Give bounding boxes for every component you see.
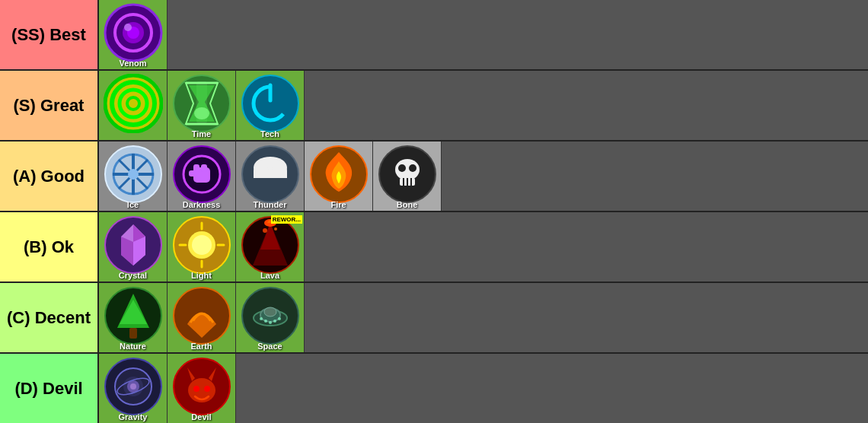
svg-point-63 bbox=[263, 228, 267, 233]
svg-point-75 bbox=[264, 320, 267, 323]
svg-point-4 bbox=[124, 24, 132, 31]
list-item[interactable]: Bone bbox=[373, 142, 442, 211]
list-item[interactable]: Crystal bbox=[99, 212, 168, 281]
list-item[interactable]: Light bbox=[168, 212, 236, 281]
svg-point-77 bbox=[273, 320, 276, 323]
svg-point-78 bbox=[278, 317, 281, 320]
svg-point-43 bbox=[409, 164, 416, 172]
list-item[interactable]: Tech bbox=[236, 71, 305, 140]
item-label: Time bbox=[168, 129, 235, 138]
list-item[interactable] bbox=[99, 71, 168, 140]
item-label: Nature bbox=[99, 342, 167, 351]
item-label: Lava bbox=[236, 271, 304, 280]
ope-icon bbox=[104, 74, 163, 133]
tier-items-d: Gravity bbox=[97, 354, 868, 423]
nature-icon bbox=[104, 286, 163, 345]
tier-row-d: (D) Devil bbox=[0, 354, 868, 423]
item-label: Devil bbox=[168, 412, 235, 421]
fire-icon bbox=[309, 145, 369, 204]
list-item[interactable]: Fire bbox=[305, 142, 373, 211]
svg-point-54 bbox=[192, 235, 212, 255]
list-item[interactable]: Gravity bbox=[99, 354, 168, 423]
item-label: Darkness bbox=[168, 200, 235, 209]
tier-row-ss: (SS) Best Venom bbox=[0, 0, 868, 71]
tier-label-c: (C) Decent bbox=[0, 283, 97, 352]
list-item[interactable]: Space bbox=[236, 283, 305, 352]
list-item[interactable]: Devil bbox=[168, 354, 236, 423]
svg-point-26 bbox=[128, 169, 139, 180]
item-label: Ice bbox=[99, 200, 167, 209]
tier-items-s: Time Tech bbox=[97, 71, 868, 140]
tier-items-c: Nature Earth bbox=[97, 283, 868, 352]
list-item[interactable]: Darkness bbox=[168, 142, 236, 211]
list-item[interactable]: Time bbox=[168, 71, 236, 140]
svg-rect-37 bbox=[254, 170, 287, 178]
earth-icon bbox=[172, 286, 231, 345]
thunder-icon bbox=[241, 145, 300, 204]
tier-label-d: (D) Devil bbox=[0, 354, 97, 423]
item-label: Earth bbox=[168, 342, 235, 351]
item-label: Gravity bbox=[99, 412, 167, 421]
tier-row-c: (C) Decent Nature bbox=[0, 283, 868, 354]
svg-point-76 bbox=[269, 321, 272, 324]
item-label: Space bbox=[236, 342, 304, 351]
crystal-icon bbox=[104, 215, 163, 275]
list-item[interactable]: Earth bbox=[168, 283, 236, 352]
ice-icon bbox=[104, 145, 163, 204]
svg-point-73 bbox=[264, 307, 276, 316]
tier-items-b: Crystal bbox=[97, 212, 868, 281]
bone-icon bbox=[378, 145, 437, 204]
tier-label-a: (A) Good bbox=[0, 142, 97, 211]
svg-rect-68 bbox=[129, 328, 137, 339]
item-label: Fire bbox=[305, 200, 372, 209]
space-icon bbox=[241, 286, 300, 345]
item-label: Thunder bbox=[236, 200, 304, 209]
svg-point-42 bbox=[398, 164, 406, 172]
svg-point-83 bbox=[130, 383, 136, 390]
svg-point-16 bbox=[194, 107, 209, 119]
list-item[interactable]: Venom bbox=[99, 0, 168, 69]
venom-icon bbox=[104, 3, 163, 62]
tech-icon bbox=[241, 74, 300, 133]
rework-badge: REWOR... bbox=[271, 215, 302, 224]
lava-icon bbox=[241, 215, 300, 275]
item-label: Venom bbox=[99, 59, 167, 68]
tier-label-s: (S) Great bbox=[0, 71, 97, 140]
list-item[interactable]: REWOR... bbox=[236, 212, 305, 281]
tier-label-ss: (SS) Best bbox=[0, 0, 97, 69]
svg-rect-32 bbox=[189, 170, 196, 177]
tier-row-b: (B) Ok Crystal bbox=[0, 212, 868, 283]
tier-label-b: (B) Ok bbox=[0, 212, 97, 281]
tier-row-s: (S) Great bbox=[0, 71, 868, 142]
item-label: Tech bbox=[236, 129, 304, 138]
time-icon bbox=[172, 74, 231, 133]
light-icon bbox=[172, 215, 231, 275]
item-label: Bone bbox=[373, 200, 441, 209]
item-label: Crystal bbox=[99, 271, 167, 280]
tier-row-a: (A) Good bbox=[0, 142, 868, 212]
darkness-icon bbox=[172, 145, 231, 204]
tier-items-ss: Venom bbox=[97, 0, 868, 69]
svg-point-87 bbox=[193, 386, 199, 392]
tier-items-a: Ice Darkne bbox=[97, 142, 868, 211]
list-item[interactable]: Thunder bbox=[236, 142, 305, 211]
devil-icon bbox=[172, 357, 231, 416]
item-label: Light bbox=[168, 271, 235, 280]
svg-point-88 bbox=[204, 386, 210, 392]
list-item[interactable]: Nature bbox=[99, 283, 168, 352]
svg-point-64 bbox=[274, 227, 277, 231]
list-item[interactable]: Ice bbox=[99, 142, 168, 211]
svg-point-74 bbox=[260, 317, 263, 320]
gravity-icon bbox=[104, 357, 163, 416]
svg-rect-31 bbox=[201, 164, 207, 172]
